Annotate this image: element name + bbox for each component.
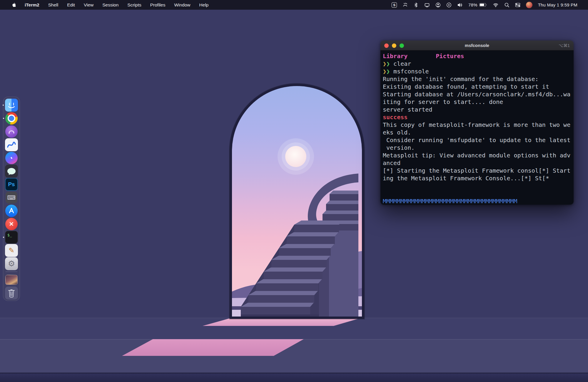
- command-text: msfconsole: [393, 68, 429, 75]
- dock-icon-photo-file[interactable]: [5, 275, 18, 285]
- skitch-badge[interactable]: S: [392, 2, 397, 8]
- menu-bar: iTerm2 Shell Edit View Session Scripts P…: [0, 0, 588, 10]
- terminal-line: ing the Metasploit Framework Console...[…: [383, 174, 571, 182]
- close-button[interactable]: [384, 43, 389, 48]
- zoom-button[interactable]: [400, 43, 404, 48]
- dock-icon-chrome[interactable]: [5, 112, 18, 124]
- dock-icon-text-editor[interactable]: ✎: [5, 244, 18, 257]
- photoshop-glyph: Ps: [8, 181, 15, 188]
- user-avatar[interactable]: [526, 2, 532, 8]
- dock-icon-design-app[interactable]: [5, 138, 18, 151]
- terminal-line: [383, 182, 571, 190]
- desktop: iTerm2 Shell Edit View Session Scripts P…: [0, 0, 588, 382]
- bluetooth-icon[interactable]: [413, 2, 419, 8]
- terminal-content[interactable]: LibraryPictures ❯❯clear ❯❯msfconsole Run…: [380, 51, 574, 205]
- menu-bar-status: S: [392, 2, 588, 8]
- moon: [285, 146, 306, 167]
- minimize-button[interactable]: [392, 43, 396, 48]
- gear-glyph: ⚙: [8, 259, 15, 268]
- terminal-line: server started: [383, 106, 571, 113]
- dir-library: Library: [383, 53, 407, 60]
- dock-icon-utility[interactable]: ⌨: [6, 192, 17, 203]
- terminal-line-command: ❯❯clear: [383, 60, 571, 68]
- menu-help[interactable]: Help: [195, 0, 213, 10]
- menu-bar-left: iTerm2 Shell Edit View Session Scripts P…: [0, 0, 213, 10]
- prompt-chevron: ❯: [386, 68, 390, 75]
- dock-icon-messenger[interactable]: [5, 152, 18, 164]
- apple-menu[interactable]: [6, 0, 20, 10]
- display-icon[interactable]: [424, 2, 430, 8]
- terminal-line: success: [383, 113, 571, 121]
- podcasts-swirl-icon: [5, 125, 18, 138]
- dock-icon-trash[interactable]: [5, 287, 18, 299]
- dock-icon-system-settings[interactable]: ⚙: [5, 257, 18, 270]
- dir-pictures: Pictures: [436, 53, 464, 60]
- terminal-line: Running the 'init' command for the datab…: [383, 75, 571, 83]
- user-account-icon[interactable]: [435, 2, 441, 8]
- running-indicator: [3, 118, 4, 119]
- running-indicator: [3, 237, 4, 238]
- terminal-line: iting for server to start.... done: [383, 98, 571, 106]
- window-shortcut-hint: ⌥⌘1: [559, 43, 570, 48]
- wallpaper-light-patch: [122, 339, 304, 356]
- trash-icon: [5, 287, 18, 299]
- volume-icon[interactable]: [457, 2, 463, 8]
- drizzle-icon[interactable]: [402, 2, 408, 8]
- blue-wave-icon: [5, 138, 18, 151]
- keyboard-glyph: ⌨: [7, 194, 16, 201]
- wifi-icon[interactable]: [493, 2, 499, 7]
- prompt-chevron: ❯: [383, 68, 386, 75]
- terminal-line: [*] Starting the Metasploit Framework co…: [383, 167, 571, 174]
- terminal-line: Starting database at /Users/carsonclark/…: [383, 90, 571, 98]
- play-circle-icon[interactable]: [446, 2, 452, 8]
- wallpaper-floor-band: [0, 373, 588, 382]
- dock-icon-iterm[interactable]: $_: [5, 231, 18, 244]
- dock-icon-red-app[interactable]: ✕: [5, 218, 18, 230]
- dock-icon-finder[interactable]: [5, 99, 18, 112]
- battery-icon: [479, 3, 487, 7]
- menu-view[interactable]: View: [79, 0, 98, 10]
- window-titlebar[interactable]: msfconsole ⌥⌘1: [380, 41, 574, 51]
- menu-session[interactable]: Session: [98, 0, 123, 10]
- menu-profiles[interactable]: Profiles: [146, 0, 170, 10]
- menu-scripts[interactable]: Scripts: [123, 0, 146, 10]
- messenger-bolt-icon: [5, 152, 18, 164]
- menu-shell[interactable]: Shell: [44, 0, 63, 10]
- running-indicator: [3, 105, 4, 106]
- dock-icon-podcasts[interactable]: [5, 125, 18, 138]
- control-center-icon[interactable]: [515, 2, 520, 8]
- battery-percent: 78%: [468, 2, 477, 7]
- dock-divider: [6, 272, 17, 272]
- window-title: msfconsole: [465, 43, 489, 48]
- chat-bubble-icon: [5, 165, 18, 178]
- terminal-line: Metasploit tip: View advanced module opt…: [383, 152, 571, 159]
- wallpaper-arch: [232, 86, 362, 317]
- dock-icon-photoshop[interactable]: Ps: [5, 178, 18, 191]
- terminal-prompt-glyph: $_: [5, 231, 12, 237]
- dock-icon-messages[interactable]: [5, 165, 18, 178]
- arch-artwork: [232, 86, 362, 317]
- menu-edit[interactable]: Edit: [63, 0, 79, 10]
- terminal-line: Consider running 'msfupdate' to update t…: [383, 136, 571, 144]
- prompt-chevron: ❯: [386, 60, 390, 67]
- finder-face-icon: [5, 99, 18, 112]
- terminal-line-ls: LibraryPictures: [383, 52, 571, 60]
- terminal-line: eks old.: [383, 129, 571, 136]
- battery-indicator[interactable]: 78%: [468, 2, 487, 7]
- app-menu-title[interactable]: iTerm2: [20, 0, 44, 10]
- command-text: clear: [393, 60, 411, 67]
- terminal-line: [383, 190, 571, 197]
- menu-window[interactable]: Window: [170, 0, 195, 10]
- terminal-line-command: ❯❯msfconsole: [383, 68, 571, 75]
- dock-icon-app-store[interactable]: [5, 205, 18, 217]
- spotlight-search-icon[interactable]: [504, 2, 510, 8]
- app-store-a-icon: [5, 205, 18, 217]
- traffic-lights: [384, 41, 404, 51]
- apple-icon: [11, 2, 16, 7]
- iterm-window[interactable]: msfconsole ⌥⌘1 LibraryPictures ❯❯clear ❯…: [380, 41, 574, 205]
- menu-bar-clock[interactable]: Thu May 1 9:59 PM: [538, 2, 577, 7]
- terminal-line: anced: [383, 159, 571, 167]
- terminal-line: MMMMMMMMMMMMMMMMMMMMMMMMMMMMMMMMMMMMMM: [383, 197, 571, 205]
- pencil-glyph: ✎: [9, 246, 14, 255]
- terminal-line: version.: [383, 144, 571, 152]
